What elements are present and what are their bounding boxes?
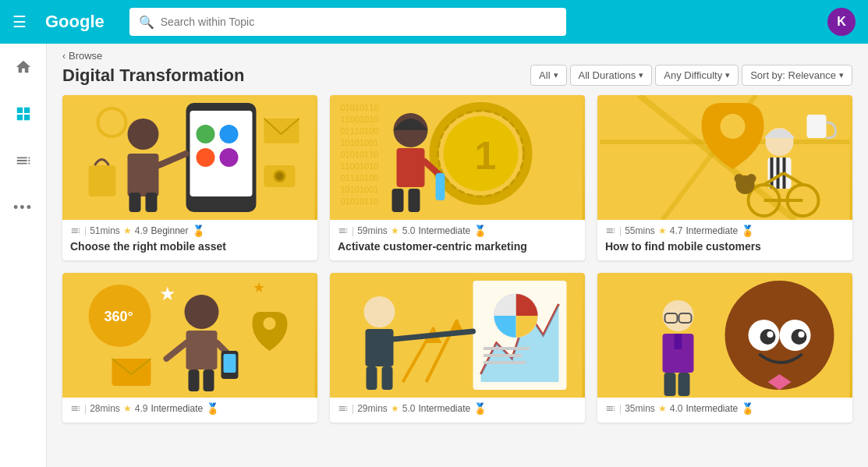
card-info-5: | 29mins ★ 5.0 Intermediate 🏅 bbox=[330, 398, 585, 423]
sidebar: ••• bbox=[0, 44, 47, 467]
svg-rect-71 bbox=[224, 354, 236, 373]
card-thumbnail-4: 360° ★ ★ bbox=[62, 273, 317, 398]
svg-point-4 bbox=[220, 125, 239, 143]
title-filter-row: Digital Transformation All ▾ All Duratio… bbox=[47, 65, 868, 95]
svg-text:1: 1 bbox=[475, 134, 497, 178]
svg-point-64 bbox=[185, 295, 219, 329]
svg-text:360°: 360° bbox=[105, 309, 133, 324]
svg-rect-37 bbox=[436, 173, 445, 200]
difficulty-2: Intermediate bbox=[419, 225, 471, 236]
star-icon-3: ★ bbox=[658, 225, 667, 236]
rating-3: 4.7 bbox=[670, 225, 683, 236]
card-meta-6: | 35mins ★ 4.0 Intermediate 🏅 bbox=[605, 402, 845, 415]
svg-text:★: ★ bbox=[159, 283, 176, 304]
sidebar-item-home[interactable] bbox=[9, 53, 37, 81]
svg-text:11001010: 11001010 bbox=[341, 161, 379, 171]
star-icon-6: ★ bbox=[658, 403, 667, 414]
badge-icon-2: 🏅 bbox=[473, 225, 487, 237]
rating-4: 4.9 bbox=[135, 403, 148, 414]
svg-point-3 bbox=[197, 125, 215, 143]
card-2[interactable]: 01010110 11001010 01110100 10101001 0101… bbox=[330, 95, 585, 260]
svg-rect-35 bbox=[409, 189, 420, 212]
list-icon-4 bbox=[70, 403, 81, 414]
page-title: Digital Transformation bbox=[62, 65, 244, 86]
svg-point-6 bbox=[220, 148, 239, 167]
badge-icon-5: 🏅 bbox=[473, 402, 487, 415]
card-thumbnail-3 bbox=[597, 95, 852, 220]
card-info-3: | 55mins ★ 4.7 Intermediate 🏅 How to fin… bbox=[597, 220, 852, 260]
card-title-2: Activate customer-centric marketing bbox=[338, 240, 577, 253]
badge-icon-4: 🏅 bbox=[206, 402, 219, 415]
list-icon-3 bbox=[605, 225, 616, 236]
card-thumbnail-5 bbox=[330, 273, 585, 398]
svg-point-93 bbox=[792, 329, 807, 345]
card-5[interactable]: | 29mins ★ 5.0 Intermediate 🏅 bbox=[330, 273, 585, 423]
svg-text:★: ★ bbox=[253, 280, 265, 295]
svg-text:01010110: 01010110 bbox=[341, 196, 379, 206]
svg-rect-78 bbox=[484, 361, 526, 364]
duration-1: 51mins bbox=[90, 225, 120, 236]
card-6[interactable]: | 35mins ★ 4.0 Intermediate 🏅 bbox=[597, 273, 852, 423]
card-info-2: | 59mins ★ 5.0 Intermediate 🏅 Activate c… bbox=[330, 220, 585, 260]
svg-point-5 bbox=[197, 148, 215, 167]
duration-2: 59mins bbox=[357, 225, 388, 236]
svg-rect-8 bbox=[128, 154, 159, 196]
sidebar-item-list[interactable] bbox=[9, 147, 37, 175]
card-info-1: | 51mins ★ 4.9 Beginner 🏅 Choose the rig… bbox=[62, 220, 317, 260]
card-3[interactable]: | 55mins ★ 4.7 Intermediate 🏅 How to fin… bbox=[597, 95, 852, 260]
svg-text:01110100: 01110100 bbox=[341, 126, 379, 136]
filters-bar: All ▾ All Durations ▾ Any Difficulty ▾ S… bbox=[530, 65, 852, 86]
sidebar-item-dashboard[interactable] bbox=[9, 100, 37, 128]
difficulty-5: Intermediate bbox=[419, 403, 471, 414]
svg-point-92 bbox=[760, 329, 776, 345]
card-thumbnail-6 bbox=[597, 273, 852, 398]
content-type-filter[interactable]: All ▾ bbox=[530, 65, 566, 86]
star-icon-4: ★ bbox=[123, 403, 132, 414]
chevron-down-icon: ▾ bbox=[725, 70, 730, 80]
app-header: ☰ Google 🔍 K bbox=[0, 0, 868, 44]
difficulty-filter[interactable]: Any Difficulty ▾ bbox=[655, 65, 739, 86]
svg-rect-66 bbox=[189, 370, 200, 391]
svg-rect-76 bbox=[484, 347, 530, 350]
svg-text:10101001: 10101001 bbox=[341, 138, 379, 147]
app-logo: Google bbox=[45, 12, 105, 32]
svg-rect-86 bbox=[367, 366, 377, 390]
breadcrumb-label: Browse bbox=[69, 50, 102, 62]
svg-rect-103 bbox=[678, 373, 690, 396]
search-bar: 🔍 bbox=[129, 8, 566, 36]
breadcrumb[interactable]: ‹ Browse bbox=[47, 44, 868, 65]
svg-text:01110100: 01110100 bbox=[341, 173, 379, 182]
main-layout: ••• ‹ Browse Digital Transformation All … bbox=[0, 44, 868, 467]
svg-rect-87 bbox=[382, 366, 393, 390]
card-info-4: | 28mins ★ 4.9 Intermediate 🏅 bbox=[62, 398, 317, 423]
rating-1: 4.9 bbox=[135, 225, 148, 236]
avatar[interactable]: K bbox=[827, 8, 856, 36]
card-title-1: Choose the right mobile asset bbox=[70, 240, 310, 253]
svg-text:10101001: 10101001 bbox=[341, 185, 379, 194]
svg-rect-10 bbox=[146, 193, 158, 212]
search-input[interactable] bbox=[161, 16, 557, 28]
rating-5: 5.0 bbox=[402, 403, 416, 414]
duration-filter[interactable]: All Durations ▾ bbox=[570, 65, 653, 86]
chevron-down-icon: ▾ bbox=[839, 70, 844, 80]
svg-point-7 bbox=[128, 119, 159, 150]
duration-3: 55mins bbox=[625, 225, 655, 236]
sidebar-item-more[interactable]: ••• bbox=[9, 193, 37, 221]
difficulty-6: Intermediate bbox=[686, 403, 739, 414]
difficulty-4: Intermediate bbox=[151, 403, 204, 414]
svg-rect-34 bbox=[392, 189, 404, 212]
card-meta-5: | 29mins ★ 5.0 Intermediate 🏅 bbox=[338, 402, 577, 415]
sort-filter[interactable]: Sort by: Relevance ▾ bbox=[742, 65, 852, 86]
card-4[interactable]: 360° ★ ★ bbox=[62, 273, 317, 423]
back-chevron-icon: ‹ bbox=[62, 51, 66, 62]
card-meta-4: | 28mins ★ 4.9 Intermediate 🏅 bbox=[70, 402, 310, 415]
svg-point-16 bbox=[276, 172, 284, 180]
hamburger-icon[interactable]: ☰ bbox=[12, 12, 27, 31]
card-meta-1: | 51mins ★ 4.9 Beginner 🏅 bbox=[70, 225, 310, 237]
duration-4: 28mins bbox=[90, 403, 120, 414]
card-1[interactable]: | 51mins ★ 4.9 Beginner 🏅 Choose the rig… bbox=[62, 95, 317, 260]
svg-point-56 bbox=[747, 174, 756, 183]
svg-point-94 bbox=[767, 331, 774, 338]
svg-text:01010110: 01010110 bbox=[341, 150, 379, 159]
chevron-down-icon: ▾ bbox=[639, 70, 643, 80]
